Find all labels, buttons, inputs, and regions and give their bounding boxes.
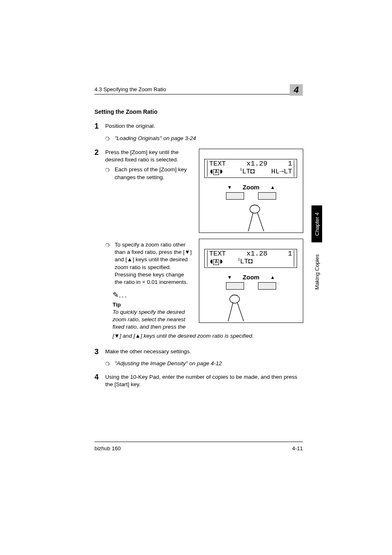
step-text: Position the original. xyxy=(105,122,155,130)
lcd-zoom-value: x1.28 xyxy=(247,250,267,258)
tip-body: To quickly specify the desired zoom rati… xyxy=(113,309,192,331)
zoom-up-key xyxy=(258,192,276,200)
step-4: 4 Using the 10-Key Pad, enter the number… xyxy=(95,373,339,388)
lcd-figure-2: TEXT x1.28 1 ◖A◗ 1LT◘ ▼ Zoom ▲ xyxy=(199,239,303,323)
pencil-tip-icon: ✎ xyxy=(113,290,119,300)
up-triangle-icon: ▲ xyxy=(270,184,275,190)
step-number: 1 xyxy=(95,122,105,131)
finger-press-icon xyxy=(247,204,271,233)
footer-product: bizhub 160 xyxy=(95,445,121,451)
tip-continuation: [▼] and [▲] keys until the desired zoom … xyxy=(95,333,339,339)
lcd-conversion: HL→LT xyxy=(271,168,292,176)
page-footer: bizhub 160 4-11 xyxy=(95,442,303,451)
bullet-icon: ❍ xyxy=(105,241,115,249)
tip-label: Tip xyxy=(113,301,192,309)
zoom-label: Zoom xyxy=(243,184,260,191)
side-tab-chapter: Chapter 4 xyxy=(311,205,322,242)
step-text: Using the 10-Key Pad, enter the number o… xyxy=(105,373,302,388)
bullet-icon: ❍ xyxy=(105,360,115,367)
footer-page-number: 4-11 xyxy=(292,445,303,451)
tip-dots: ... xyxy=(119,291,127,299)
zoom-key-row: ▼ Zoom ▲ xyxy=(204,184,298,191)
side-tab-section: Making Copies xyxy=(311,247,322,297)
lcd-zoom-value: x1.29 xyxy=(247,160,267,168)
zoom-down-key xyxy=(226,192,244,200)
lcd-figure-1: TEXT x1.29 1 ◖A◗ 1LT◘ HL→LT ▼ Zoom ▲ xyxy=(199,149,303,233)
down-triangle-icon: ▼ xyxy=(227,184,232,190)
step-number: 2 xyxy=(95,149,105,157)
lcd-paper-icon: ◖A◗ xyxy=(209,168,224,176)
running-header: 4.3 Specifying the Zoom Ratio xyxy=(95,86,302,94)
section-heading: Setting the Zoom Ratio xyxy=(95,108,339,115)
zoom-down-key xyxy=(226,282,244,290)
svg-point-0 xyxy=(250,205,260,213)
step-1: 1 Position the original. xyxy=(95,122,339,131)
lcd-mode: TEXT xyxy=(209,250,226,258)
step-subtext: Each press of the [Zoom] key changes the… xyxy=(115,166,192,181)
step-text: Make the other necessary settings. xyxy=(105,348,191,355)
lcd-blank xyxy=(267,258,292,266)
bullet-icon: ❍ xyxy=(105,166,115,173)
lcd-display: TEXT x1.29 1 ◖A◗ 1LT◘ HL→LT xyxy=(204,159,297,178)
svg-point-1 xyxy=(230,295,240,303)
lcd-copies: 1 xyxy=(288,160,292,168)
step-number: 3 xyxy=(95,348,105,356)
step-1-ref: ❍ "Loading Originals" on page 3-24 xyxy=(95,135,339,142)
step-3: 3 Make the other necessary settings. xyxy=(95,348,339,356)
bullet-icon: ❍ xyxy=(105,135,115,142)
lcd-paper-size: 1LT◘ xyxy=(240,168,255,176)
chapter-number-box: 4 xyxy=(290,84,303,96)
zoom-key-row: ▼ Zoom ▲ xyxy=(204,274,298,281)
down-triangle-icon: ▼ xyxy=(227,274,232,280)
step-text: Press the [Zoom] key until the desired f… xyxy=(105,149,192,164)
lcd-display: TEXT x1.28 1 ◖A◗ 1LT◘ xyxy=(204,249,297,268)
step-subtext: To specify a zoom ratio other than a fix… xyxy=(115,241,192,286)
cross-reference: "Adjusting the Image Density" on page 4-… xyxy=(115,360,222,367)
up-triangle-icon: ▲ xyxy=(270,274,275,280)
step-number: 4 xyxy=(95,373,105,382)
zoom-up-key xyxy=(258,282,276,290)
lcd-paper-size: 1LT◘ xyxy=(238,258,253,266)
chapter-number: 4 xyxy=(294,85,299,95)
lcd-mode: TEXT xyxy=(209,160,226,168)
finger-press-icon xyxy=(226,294,251,323)
zoom-label: Zoom xyxy=(243,274,260,281)
cross-reference: "Loading Originals" on page 3-24 xyxy=(115,135,196,142)
lcd-paper-icon: ◖A◗ xyxy=(209,258,224,266)
step-3-ref: ❍ "Adjusting the Image Density" on page … xyxy=(95,360,339,367)
lcd-copies: 1 xyxy=(288,250,292,258)
